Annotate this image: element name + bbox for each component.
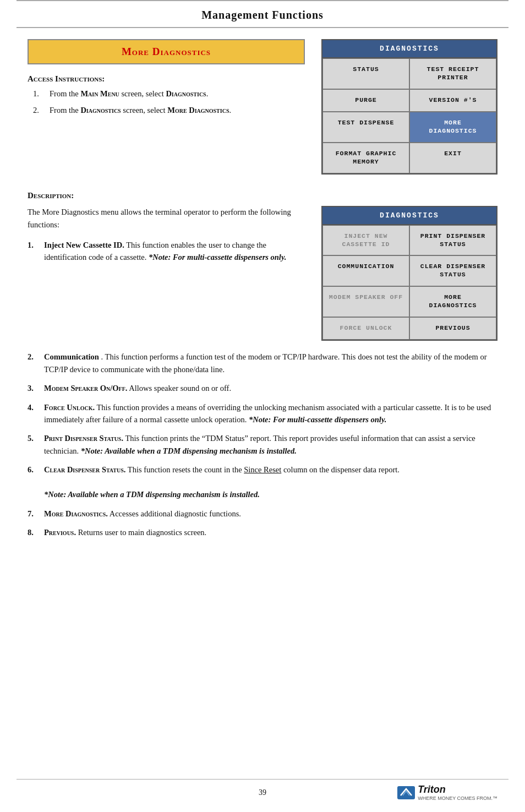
atm-btn-test-dispense[interactable]: TEST DISPENSE	[322, 112, 409, 143]
page-header: Management Functions	[17, 1, 508, 28]
triton-logo-stack: Triton WHERE MONEY COMES FROM.™	[418, 784, 497, 801]
desc-two-col: The More Diagnostics menu allows the ter…	[28, 206, 497, 341]
items-list-partial: 1. Inject New Cassette ID. This function…	[28, 239, 305, 264]
triton-logo-icon	[397, 786, 415, 799]
atm-btn-communication[interactable]: COMMUNICATION	[322, 255, 409, 286]
atm-btn-version[interactable]: VERSION #'S	[409, 89, 496, 112]
desc-intro: The More Diagnostics menu allows the ter…	[28, 206, 305, 231]
triton-logo-text: Triton	[418, 784, 497, 795]
items-list-cont: 2. Communication . This function perform…	[28, 351, 497, 539]
spacer-right: Triton WHERE MONEY COMES FROM.™	[266, 784, 497, 801]
page-footer: 39 Triton WHERE MONEY COMES FROM.™	[0, 779, 525, 801]
atm-btn-previous[interactable]: PREVIOUS	[409, 317, 496, 340]
atm-btn-status[interactable]: STATUS	[322, 58, 409, 89]
atm-btn-inject[interactable]: INJECT NEWCASSETTE ID	[322, 225, 409, 256]
desc-left: The More Diagnostics menu allows the ter…	[28, 206, 305, 270]
section-title: More Diagnostics	[122, 46, 211, 57]
item-2: 2. Communication . This function perform…	[28, 351, 497, 375]
footer-content: 39 Triton WHERE MONEY COMES FROM.™	[0, 784, 525, 801]
atm-screen-top: DIAGNOSTICS STATUS TEST RECEIPTPRINTER P…	[321, 39, 497, 175]
atm-screen-top-box: DIAGNOSTICS STATUS TEST RECEIPTPRINTER P…	[321, 39, 497, 175]
triton-logo: Triton WHERE MONEY COMES FROM.™	[397, 784, 497, 801]
atm-bottom-title: DIAGNOSTICS	[322, 207, 496, 225]
atm-btn-more-diagnostics-top[interactable]: MOREDIAGNOSTICS	[409, 112, 496, 143]
page-number: 39	[259, 788, 266, 797]
left-column: More Diagnostics Access Instructions: 1.…	[28, 39, 305, 121]
footer-line	[17, 779, 508, 780]
access-list: 1. From the Main Menu screen, select Dia…	[33, 88, 305, 117]
triton-logo-tagline: WHERE MONEY COMES FROM.™	[418, 795, 497, 801]
top-section: More Diagnostics Access Instructions: 1.…	[28, 39, 497, 175]
atm-btn-print-dispenser[interactable]: PRINT DISPENSERSTATUS	[409, 225, 496, 256]
atm-btn-modem-speaker[interactable]: MODEM SPEAKER OFF	[322, 286, 409, 317]
atm-btn-format-graphic[interactable]: FORMAT GRAPHICMEMORY	[322, 143, 409, 173]
item-3: 3. Modem Speaker On/Off. Allows speaker …	[28, 382, 497, 394]
item-7: 7. More Diagnostics. Accesses additional…	[28, 508, 497, 520]
atm-top-title: DIAGNOSTICS	[322, 40, 496, 58]
description-section: Description: The More Diagnostics menu a…	[28, 191, 497, 539]
atm-btn-force-unlock[interactable]: FORCE UNLOCK	[322, 317, 409, 340]
access-item-1: 1. From the Main Menu screen, select Dia…	[33, 88, 305, 100]
atm-btn-purge[interactable]: PURGE	[322, 89, 409, 112]
page-title: Management Functions	[201, 9, 324, 21]
item-6: 6. Clear Dispenser Status. This function…	[28, 464, 497, 500]
atm-screen-bottom-box: DIAGNOSTICS INJECT NEWCASSETTE ID PRINT …	[321, 206, 497, 341]
item-1: 1. Inject New Cassette ID. This function…	[28, 239, 305, 264]
item-5: 5. Print Dispenser Status. This function…	[28, 432, 497, 457]
description-label: Description:	[28, 191, 497, 200]
atm-btn-test-receipt[interactable]: TEST RECEIPTPRINTER	[409, 58, 496, 89]
atm-bottom-buttons: INJECT NEWCASSETTE ID PRINT DISPENSERSTA…	[322, 225, 496, 340]
item-4: 4. Force Unlock. This function provides …	[28, 401, 497, 426]
atm-btn-exit[interactable]: EXIT	[409, 143, 496, 173]
section-title-box: More Diagnostics	[28, 39, 305, 64]
access-label: Access Instructions:	[28, 74, 305, 84]
atm-btn-clear-dispenser[interactable]: CLEAR DISPENSERSTATUS	[409, 255, 496, 286]
atm-screen-bottom: DIAGNOSTICS INJECT NEWCASSETTE ID PRINT …	[321, 206, 497, 341]
item-8: 8. Previous. Returns user to main diagno…	[28, 526, 497, 538]
access-item-2: 2. From the Diagnostics screen, select M…	[33, 105, 305, 117]
atm-btn-more-diagnostics-bottom[interactable]: MOREDIAGNOSTICS	[409, 286, 496, 317]
atm-top-buttons: STATUS TEST RECEIPTPRINTER PURGE VERSION…	[322, 58, 496, 173]
